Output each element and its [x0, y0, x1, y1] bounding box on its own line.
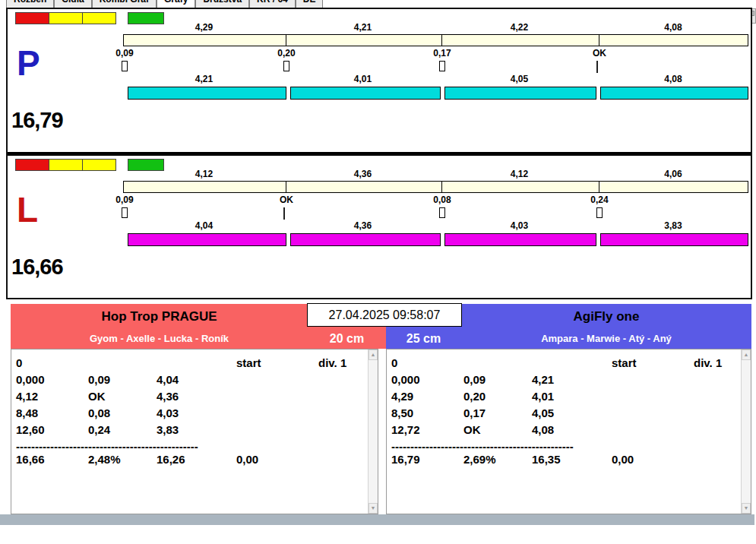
- total-cell: 16,79: [391, 453, 463, 466]
- gate-marker-line-icon: [283, 207, 285, 220]
- split-time-top: 4,29: [123, 22, 285, 33]
- scale-bar: [123, 34, 748, 46]
- tab-label: DE: [303, 0, 316, 5]
- total-cell: 0,00: [236, 453, 318, 466]
- table-row: 8,480,084,03: [16, 406, 378, 423]
- gate-marker-icon: [122, 61, 128, 71]
- tab-de[interactable]: DE: [296, 0, 324, 8]
- scale-bar: [123, 181, 748, 193]
- split-time-top: 4,12: [441, 169, 598, 179]
- signal-block-yellow-1: [49, 12, 83, 24]
- table-header-row: 0startdiv. 1: [16, 356, 378, 373]
- tab-label: Družstva: [203, 0, 242, 5]
- table-row: 0,0000,094,21: [391, 373, 751, 390]
- header-cell-start: start: [236, 356, 318, 369]
- scroll-up-icon[interactable]: ▲: [742, 349, 751, 360]
- gate-value: 0,08: [419, 195, 465, 205]
- split-time-bottom: 4,03: [441, 220, 598, 231]
- tab-label: Grafy: [164, 0, 188, 5]
- gate-value: 0,09: [102, 195, 147, 205]
- cell: OK: [463, 423, 532, 436]
- gate-marker-line-icon: [596, 61, 598, 73]
- split-time-top: 4,22: [441, 22, 598, 33]
- separator-line: ----------------------------------------…: [16, 440, 244, 453]
- gate-value: 0,17: [419, 48, 465, 59]
- split-time-top: 4,06: [598, 169, 748, 179]
- cell: 0,24: [88, 423, 157, 436]
- totals-row: 16,662,48%16,260,00: [16, 453, 378, 470]
- time-bar-segment: [290, 87, 441, 100]
- gate-marker-icon: [439, 61, 445, 71]
- scroll-down-icon[interactable]: ▼: [742, 503, 751, 514]
- tab-cidla[interactable]: Čidla: [54, 0, 91, 8]
- cell: 0,000: [16, 373, 88, 386]
- header-cell-div: div. 1: [694, 356, 747, 369]
- gate-value: 0,20: [264, 48, 309, 59]
- cell: 0,09: [463, 373, 532, 386]
- table-row: 4,12OK4,36: [16, 390, 378, 406]
- panel-total-time: 16,66: [11, 255, 63, 280]
- split-time-bottom: 4,36: [285, 220, 441, 231]
- panel-letter: L: [17, 192, 38, 227]
- time-bar-segment: [128, 87, 286, 100]
- total-cell: 16,66: [16, 453, 88, 466]
- table-scrollbar[interactable]: ▲ ▼: [368, 349, 378, 514]
- cell: 0,20: [463, 390, 532, 403]
- cell: 0,09: [88, 373, 157, 386]
- signal-block-yellow-1: [49, 159, 83, 171]
- tab-kombi-graf[interactable]: Kombi Graf: [92, 0, 157, 8]
- cell: 4,08: [532, 423, 612, 436]
- tab-rozbeh[interactable]: Rozběh: [6, 0, 54, 8]
- signal-block-red: [15, 12, 49, 24]
- panel-letter: P: [17, 46, 40, 81]
- cell: 4,04: [157, 373, 236, 386]
- gate-value: OK: [264, 195, 309, 205]
- table-row: 12,72OK4,08: [391, 423, 751, 440]
- cell: OK: [88, 390, 157, 403]
- graph-area: 4,29 4,21 4,22 4,08 0,09 0,20 0,17 OK 4,…: [6, 8, 752, 299]
- total-cell: 2,69%: [463, 453, 532, 466]
- time-bar-segment: [444, 87, 596, 100]
- table-header-row: 0startdiv. 1: [391, 356, 751, 373]
- gate-marker-icon: [439, 207, 445, 218]
- cell: 4,21: [532, 373, 612, 386]
- cell: 4,29: [391, 390, 463, 403]
- split-time-bottom: 4,04: [123, 220, 285, 231]
- cell: 0,000: [391, 373, 463, 386]
- graph-panel-l: 4,12 4,36 4,12 4,06 0,09 OK 0,08 0,24 4,…: [8, 156, 751, 299]
- graph-panel-p: 4,29 4,21 4,22 4,08 0,09 0,20 0,17 OK 4,…: [8, 9, 751, 152]
- split-time-top: 4,12: [123, 169, 285, 179]
- split-time-bottom: 4,05: [441, 74, 598, 84]
- split-time-bottom: 4,01: [285, 74, 441, 84]
- time-bar-segment: [128, 233, 286, 246]
- tab-grafy[interactable]: Grafy: [157, 0, 195, 8]
- total-cell: 16,35: [532, 453, 612, 466]
- time-bar-segment: [444, 233, 596, 246]
- team-right-name: AgiFly one: [461, 307, 751, 327]
- cell: 4,12: [16, 390, 88, 403]
- scroll-up-icon[interactable]: ▲: [369, 349, 378, 360]
- signal-block-yellow-2: [82, 159, 116, 171]
- scroll-down-icon[interactable]: ▼: [369, 503, 378, 514]
- tab-druzstva[interactable]: Družstva: [195, 0, 249, 8]
- right-results-table: 0startdiv. 1 0,0000,094,21 4,290,204,01 …: [386, 349, 751, 514]
- height-category-left: 20 cm: [308, 331, 386, 347]
- cell: 4,36: [157, 390, 236, 403]
- gate-value: OK: [577, 48, 622, 59]
- table-row: 4,290,204,01: [391, 390, 751, 406]
- cell: 0,17: [463, 406, 532, 419]
- cell: 4,05: [532, 406, 612, 419]
- cell: 0,08: [88, 406, 157, 419]
- panel-total-time: 16,79: [11, 108, 63, 133]
- team-left-members: Gyom - Axelle - Lucka - Roník: [11, 332, 308, 346]
- time-bar-segment: [600, 233, 748, 246]
- tab-label: Rozběh: [14, 0, 46, 5]
- time-bar-segment: [290, 233, 441, 246]
- total-cell: 0,00: [612, 453, 694, 466]
- split-time-bottom: 3,83: [598, 220, 748, 231]
- cell: 8,48: [16, 406, 88, 419]
- table-scrollbar[interactable]: ▲ ▼: [741, 349, 751, 514]
- split-time-top: 4,08: [598, 22, 748, 33]
- tab-kr-64[interactable]: KR / 64: [249, 0, 296, 8]
- cell: 12,72: [391, 423, 463, 436]
